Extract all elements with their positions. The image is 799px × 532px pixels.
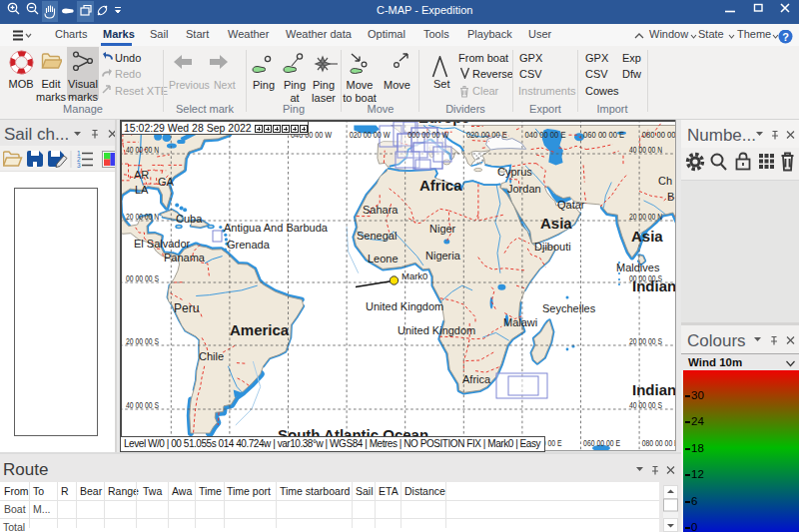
svg-text:Ch: Ch [658, 175, 672, 187]
svg-text:B: B [667, 191, 674, 203]
svg-text:Qatar: Qatar [557, 199, 585, 211]
svg-text:El Salvador: El Salvador [134, 238, 191, 250]
svg-text:Africa: Africa [419, 177, 462, 194]
svg-text:40 00 00 N: 40 00 00 N [126, 144, 159, 155]
svg-text:060 00 00 E: 060 00 00 E [583, 437, 620, 448]
svg-text:20 00 00 N: 20 00 00 N [629, 211, 662, 222]
svg-text:Djibouti: Djibouti [534, 241, 571, 253]
svg-text:Leone: Leone [368, 253, 399, 265]
svg-text:020 00 00 E: 020 00 00 E [466, 129, 507, 140]
svg-text:Peru: Peru [174, 301, 199, 315]
svg-text:060 00 00 E: 060 00 00 E [583, 129, 624, 140]
svg-text:040 00 00 E: 040 00 00 E [525, 129, 566, 140]
svg-text:20 00 00 S: 20 00 00 S [629, 335, 662, 346]
svg-text:?: ? [782, 31, 789, 43]
svg-text:Nigeria: Nigeria [425, 250, 461, 262]
svg-text:Chile: Chile [199, 350, 224, 362]
svg-text:20 00 00 N: 20 00 00 N [126, 211, 159, 222]
svg-text:20 00 00 S: 20 00 00 S [126, 335, 159, 346]
svg-text:Seychelles: Seychelles [542, 302, 596, 314]
svg-text:00 00 00 S: 00 00 00 S [126, 272, 159, 283]
svg-text:Grenada: Grenada [227, 239, 271, 251]
svg-text:Panama: Panama [164, 252, 206, 264]
svg-text:00 00 00 S: 00 00 00 S [629, 272, 662, 283]
svg-text:080 00 00 E: 080 00 00 E [642, 437, 676, 448]
svg-text:Antigua And Barbuda: Antigua And Barbuda [224, 222, 329, 234]
svg-text:LA: LA [135, 184, 149, 196]
svg-text:AR: AR [134, 169, 149, 181]
svg-text:Sahara: Sahara [363, 204, 399, 216]
svg-text:United Kingdom: United Kingdom [398, 324, 475, 336]
svg-text:Africa: Africa [462, 373, 491, 385]
svg-text:080 00 00 E: 080 00 00 E [642, 129, 676, 140]
svg-text:40 00 00 S: 40 00 00 S [629, 399, 662, 410]
svg-text:United Kingdom: United Kingdom [366, 300, 443, 312]
svg-text:Indian: Indian [632, 381, 676, 398]
svg-text:Cuba: Cuba [176, 213, 203, 225]
svg-text:Niger: Niger [429, 223, 456, 235]
svg-text:GA: GA [158, 176, 175, 188]
svg-text:000 00 00 W: 000 00 00 W [407, 129, 448, 140]
svg-text:Jordan: Jordan [507, 183, 541, 195]
svg-text:3: 3 [77, 162, 81, 169]
svg-text:40 00 00 S: 40 00 00 S [126, 399, 159, 410]
svg-text:America: America [230, 321, 290, 338]
svg-text:40 00 00 N: 40 00 00 N [629, 144, 662, 155]
svg-text:Senegal: Senegal [357, 230, 397, 242]
svg-text:020 00 00 W: 020 00 00 W [350, 129, 391, 140]
svg-text:Malawi: Malawi [503, 316, 537, 328]
svg-text:Asia: Asia [540, 215, 572, 232]
svg-text:Cyprus: Cyprus [497, 166, 532, 178]
svg-text:Asia: Asia [631, 228, 663, 245]
svg-text:Mark0: Mark0 [401, 270, 427, 281]
